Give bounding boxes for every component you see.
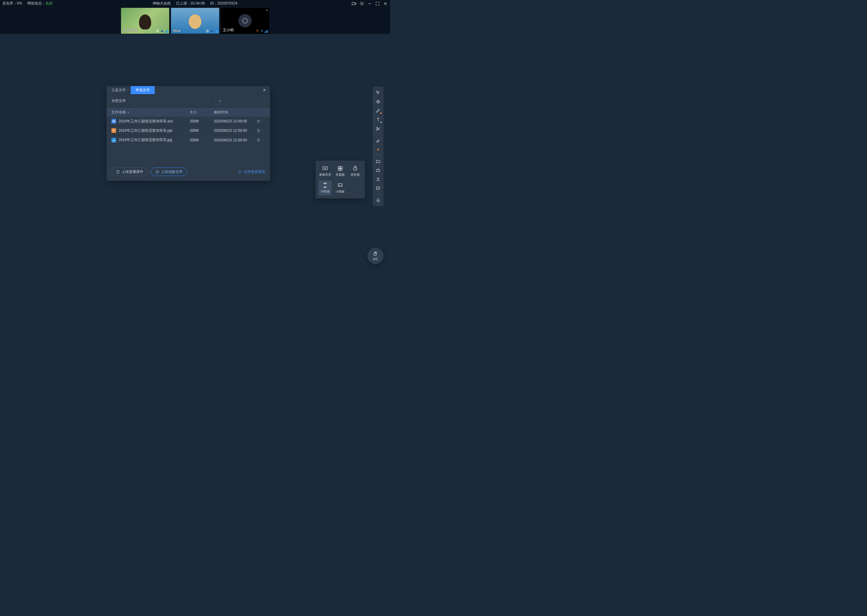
- play-circle-icon: [155, 170, 159, 174]
- table-body: W 2019年工作汇报情况查询等等.doc 200M 2020/06/23 12…: [107, 117, 270, 145]
- course-title: 神秘大自然: [153, 1, 171, 6]
- signal-bars-icon: [214, 30, 218, 33]
- text-icon[interactable]: [374, 115, 383, 124]
- svg-point-6: [157, 31, 158, 31]
- participant-name: 叮当老师: [123, 28, 137, 33]
- tool-timer[interactable]: 计时器: [318, 181, 332, 195]
- toolbox-icon[interactable]: [374, 166, 383, 175]
- packet-loss-label: 丢包率：: [2, 1, 17, 5]
- upload-normal-button[interactable]: 上传普通课件: [111, 168, 148, 176]
- search-icon: [218, 99, 222, 103]
- supported-types-link[interactable]: 文件支持类型: [238, 169, 265, 174]
- bell-icon[interactable]: [374, 195, 383, 204]
- svg-point-1: [361, 3, 363, 4]
- minimize-icon[interactable]: [367, 1, 372, 6]
- responder-icon: [352, 165, 358, 171]
- camera-toggle-icon[interactable]: [352, 1, 356, 6]
- col-name-label[interactable]: 文件名称: [111, 110, 126, 114]
- file-name: 2019年工作汇报情况查询等等.jpg: [118, 137, 190, 143]
- mic-icon: [210, 29, 214, 33]
- file-dialog: 云盘文件 本地文件 × 全部文件 文件名称▼ 大小 修改时间 W 2019年工作…: [107, 86, 270, 181]
- file-date: 2020/06/23 12:09:09: [214, 129, 254, 133]
- tile-close-icon[interactable]: ×: [266, 8, 268, 12]
- svg-rect-23: [338, 169, 340, 171]
- search-input[interactable]: [215, 97, 265, 105]
- eraser-icon[interactable]: [374, 136, 383, 145]
- participant-name: Nina: [173, 28, 180, 33]
- hand-raise-bubble[interactable]: 0/2: [367, 248, 383, 264]
- record-icon: [206, 29, 209, 33]
- tab-local-files[interactable]: 本地文件: [131, 86, 155, 94]
- svg-rect-0: [352, 2, 355, 5]
- fullscreen-icon[interactable]: [375, 1, 380, 6]
- tile-close-icon[interactable]: ×: [216, 8, 218, 12]
- table-header: 文件名称▼ 大小 修改时间: [107, 108, 270, 117]
- dialog-close-icon[interactable]: ×: [259, 86, 270, 94]
- gear-icon[interactable]: [359, 1, 364, 6]
- col-size-label[interactable]: 大小: [190, 110, 214, 115]
- laser-pointer-icon[interactable]: [374, 88, 383, 97]
- hand-icon: [373, 251, 378, 256]
- table-row[interactable]: W 2019年工作汇报情况查询等等.doc 200M 2020/06/23 12…: [107, 117, 270, 126]
- pen-icon[interactable]: [374, 106, 383, 115]
- svg-rect-21: [338, 167, 340, 168]
- user-icon[interactable]: [374, 175, 383, 184]
- svg-rect-24: [340, 169, 342, 171]
- video-tile-teacher[interactable]: 叮当老师: [121, 8, 169, 34]
- answerer-icon: [337, 165, 343, 171]
- svg-point-25: [353, 167, 357, 171]
- record-icon: [156, 29, 159, 33]
- svg-text:2+3: 2+3: [339, 184, 342, 186]
- sort-desc-icon[interactable]: ▼: [127, 111, 130, 114]
- table-row[interactable]: ▲ 2019年工作汇报情况查询等等.jpg 200M 2020/06/23 12…: [107, 135, 270, 145]
- mic-icon: [260, 29, 264, 33]
- close-icon[interactable]: [383, 1, 388, 6]
- timer-icon: [322, 182, 328, 188]
- signal-bars-icon: [165, 30, 168, 33]
- right-toolbar: [373, 86, 383, 206]
- filter-all-files[interactable]: 全部文件: [111, 98, 126, 104]
- elapsed-label: 已上课：: [176, 1, 191, 5]
- file-date: 2020/06/23 12:09:09: [214, 119, 254, 123]
- network-value: 良好: [46, 1, 53, 5]
- teaching-tools-popover: 屏幕共享 答题器 抢答器 计时器 2+3 小黑板: [315, 160, 365, 198]
- svg-point-14: [219, 100, 221, 102]
- tool-blackboard[interactable]: 2+3 小黑板: [334, 181, 347, 195]
- upload-animated-button[interactable]: 上传动效文件: [151, 168, 187, 176]
- delete-icon[interactable]: [254, 138, 263, 142]
- video-strip: 叮当老师 × Nina × 王小明: [0, 7, 390, 34]
- delete-icon[interactable]: [254, 119, 263, 123]
- file-name: 2019年工作汇报情况查询等等.doc: [118, 119, 190, 124]
- filetype-doc-icon: W: [111, 119, 116, 124]
- tool-screen-share[interactable]: 屏幕共享: [318, 163, 332, 179]
- video-tile-student[interactable]: × 王小明: [221, 8, 269, 34]
- delete-icon[interactable]: [254, 129, 263, 133]
- info-icon: [238, 170, 242, 174]
- chat-icon[interactable]: [374, 184, 383, 193]
- svg-point-32: [377, 178, 379, 179]
- top-bar-center: 神秘大自然 已上课：02:34:09 ID：2020070324: [153, 1, 237, 6]
- folder-icon[interactable]: [374, 157, 383, 166]
- move-icon[interactable]: [374, 97, 383, 106]
- file-size: 200M: [190, 119, 214, 123]
- video-tile-student[interactable]: × Nina: [171, 8, 219, 34]
- svg-point-9: [207, 31, 208, 31]
- col-date-label[interactable]: 修改时间: [214, 110, 254, 115]
- blackboard-icon: 2+3: [337, 182, 343, 188]
- window-controls: [352, 1, 388, 6]
- scissors-icon[interactable]: [374, 124, 383, 133]
- filetype-ppt-icon: P: [111, 128, 116, 133]
- id-label: ID：: [210, 1, 218, 5]
- screen-share-icon: [322, 165, 328, 171]
- svg-rect-31: [377, 170, 380, 172]
- tab-cloud-files[interactable]: 云盘文件: [107, 86, 131, 94]
- table-row[interactable]: P 2019年工作汇报情况查询等等.ppt 200M 2020/06/23 12…: [107, 126, 270, 135]
- color-dot-icon[interactable]: [374, 145, 383, 154]
- tool-answerer[interactable]: 答题器: [334, 163, 347, 179]
- top-bar: 丢包率：0% 网络状态：良好 神秘大自然 已上课：02:34:09 ID：202…: [0, 0, 390, 7]
- signal-bars-icon: [265, 30, 268, 33]
- file-size: 200M: [190, 138, 214, 142]
- tool-responder[interactable]: 抢答器: [348, 163, 362, 179]
- file-size: 200M: [190, 129, 214, 133]
- id-value: 2020070324: [218, 1, 238, 5]
